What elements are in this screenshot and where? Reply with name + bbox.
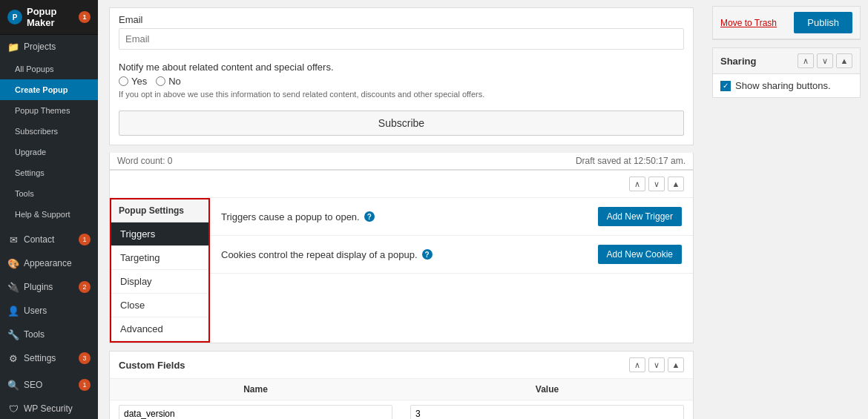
sharing-checkbox[interactable]: ✓ (720, 81, 731, 91)
add-trigger-button[interactable]: Add New Trigger (598, 207, 682, 226)
trigger-row: Triggers cause a popup to open. ? Add Ne… (210, 198, 693, 236)
panel-controls: ∧ ∨ ▲ (629, 176, 684, 191)
radio-yes-label: Yes (131, 76, 147, 87)
trigger-text: Triggers cause a popup to open. ? (221, 211, 375, 222)
popup-menu-close[interactable]: Close (111, 294, 208, 317)
wp-security-icon: 🛡 (7, 403, 19, 415)
sidebar-item-label: Projects (24, 42, 56, 52)
popup-menu-targeting[interactable]: Targeting (111, 246, 208, 270)
notify-section: Notify me about related content and spec… (110, 56, 693, 105)
sidebar-item-contact[interactable]: ✉ Contact 1 (0, 228, 98, 251)
sidebar-item-appearance[interactable]: 🎨 Appearance (0, 251, 98, 275)
trash-link[interactable]: Move to Trash (720, 18, 777, 28)
sidebar-item-popup-themes[interactable]: Popup Themes (0, 100, 98, 121)
cookies-text: Cookies control the repeat display of a … (221, 249, 418, 260)
custom-fields-table: Name Value (110, 379, 693, 419)
cookie-row: Cookies control the repeat display of a … (210, 236, 693, 274)
users-label: Users (24, 306, 47, 316)
sharing-down-btn[interactable]: ∨ (817, 53, 833, 68)
triggers-info-icon: ? (364, 211, 375, 222)
popup-menu-triggers[interactable]: Triggers (111, 222, 208, 246)
sidebar-item-seo[interactable]: 🔍 SEO 1 (0, 373, 98, 397)
custom-fields-controls: ∧ ∨ ▲ (629, 357, 684, 372)
right-sidebar: Move to Trash Publish Sharing ∧ ∨ ▲ ✓ Sh… (705, 0, 868, 419)
sidebar-item-create-popup[interactable]: Create Popup (0, 79, 98, 100)
panel-collapse-btn[interactable]: ▲ (668, 176, 684, 191)
settings-popup-label: Settings (15, 168, 45, 177)
settings-icon: ⚙ (7, 352, 19, 364)
cf-up-btn[interactable]: ∧ (629, 357, 645, 372)
sidebar-item-all-popups[interactable]: All Popups (0, 59, 98, 79)
seo-badge: 1 (79, 379, 91, 391)
contact-badge: 1 (79, 234, 91, 245)
word-count-bar: Word count: 0 Draft saved at 12:50:17 am… (109, 153, 694, 170)
popup-settings-sidebar: Popup Settings Triggers Targeting Displa… (110, 198, 210, 343)
sharing-collapse-btn[interactable]: ▲ (836, 53, 852, 68)
sharing-row: ✓ Show sharing buttons. (713, 74, 860, 97)
cf-down-btn[interactable]: ∨ (648, 357, 665, 372)
cookies-info-icon: ? (422, 249, 433, 260)
sidebar-item-tools-popup[interactable]: Tools (0, 183, 98, 204)
cf-name-cell (110, 400, 401, 420)
sidebar-item-help-support[interactable]: Help & Support (0, 204, 98, 225)
sidebar-item-subscribers[interactable]: Subscribers (0, 121, 98, 142)
popup-settings-content: Triggers cause a popup to open. ? Add Ne… (210, 198, 693, 343)
sharing-controls: ∧ ∨ ▲ (798, 53, 852, 68)
subscribe-button[interactable]: Subscribe (119, 110, 684, 136)
contact-label: Contact (24, 234, 54, 245)
popup-menu-advanced[interactable]: Advanced (111, 317, 208, 341)
appearance-label: Appearance (24, 258, 72, 268)
table-row (110, 400, 693, 420)
tools-popup-label: Tools (15, 189, 34, 198)
email-group: Email (110, 8, 693, 56)
sidebar-item-projects[interactable]: 📁 Projects (0, 35, 98, 59)
panel-down-btn[interactable]: ∨ (648, 176, 665, 191)
appearance-icon: 🎨 (7, 257, 19, 269)
sharing-title: Sharing (720, 56, 756, 67)
sidebar-item-plugins[interactable]: 🔌 Plugins 2 (0, 275, 98, 299)
cf-collapse-btn[interactable]: ▲ (668, 357, 684, 372)
cf-value-input[interactable] (410, 405, 684, 419)
sidebar-item-upgrade[interactable]: Upgrade (0, 142, 98, 162)
cf-value-cell (401, 400, 693, 420)
projects-icon: 📁 (7, 41, 19, 53)
radio-no[interactable]: No (156, 76, 181, 87)
wp-security-label: WP Security (24, 403, 73, 414)
custom-fields-header: Custom Fields ∧ ∨ ▲ (110, 352, 693, 379)
radio-yes[interactable]: Yes (119, 76, 147, 87)
seo-icon: 🔍 (7, 379, 19, 391)
word-count: Word count: 0 (117, 156, 172, 166)
sidebar-brand[interactable]: P Popup Maker 1 (0, 0, 98, 35)
settings-badge: 3 (79, 352, 91, 364)
seo-label: SEO (24, 380, 42, 390)
panel-up-btn[interactable]: ∧ (629, 176, 645, 191)
email-label: Email (119, 14, 684, 25)
content-area: Email Notify me about related content an… (98, 0, 868, 419)
plugins-icon: 🔌 (7, 281, 19, 293)
subscribers-label: Subscribers (15, 127, 58, 136)
popup-menu-display[interactable]: Display (111, 270, 208, 294)
sidebar-item-wp-security[interactable]: 🛡 WP Security (0, 397, 98, 419)
cf-col-value: Value (401, 379, 693, 400)
sidebar-item-users[interactable]: 👤 Users (0, 299, 98, 323)
publish-button[interactable]: Publish (794, 12, 852, 33)
sidebar-item-tools[interactable]: 🔧 Tools (0, 323, 98, 346)
popup-themes-label: Popup Themes (15, 106, 70, 115)
tools-label: Tools (24, 329, 45, 340)
sharing-up-btn[interactable]: ∧ (798, 53, 814, 68)
create-popup-label: Create Popup (15, 85, 68, 94)
sidebar-item-settings[interactable]: ⚙ Settings 3 (0, 346, 98, 370)
popup-maker-badge: 1 (79, 11, 91, 23)
email-input[interactable] (119, 28, 684, 50)
add-cookie-button[interactable]: Add New Cookie (598, 245, 682, 264)
settings-label: Settings (24, 353, 56, 363)
sidebar-item-settings-popup[interactable]: Settings (0, 162, 98, 183)
sharing-panel: Sharing ∧ ∨ ▲ ✓ Show sharing buttons. (712, 47, 861, 98)
upgrade-label: Upgrade (15, 148, 46, 156)
subscribe-btn-wrap: Subscribe (110, 105, 693, 145)
sharing-checkbox-label: Show sharing buttons. (735, 80, 831, 91)
main-area: Email Notify me about related content an… (98, 0, 868, 419)
contact-icon: ✉ (7, 234, 19, 245)
cf-name-input[interactable] (119, 405, 392, 419)
sharing-header: Sharing ∧ ∨ ▲ (713, 48, 860, 74)
